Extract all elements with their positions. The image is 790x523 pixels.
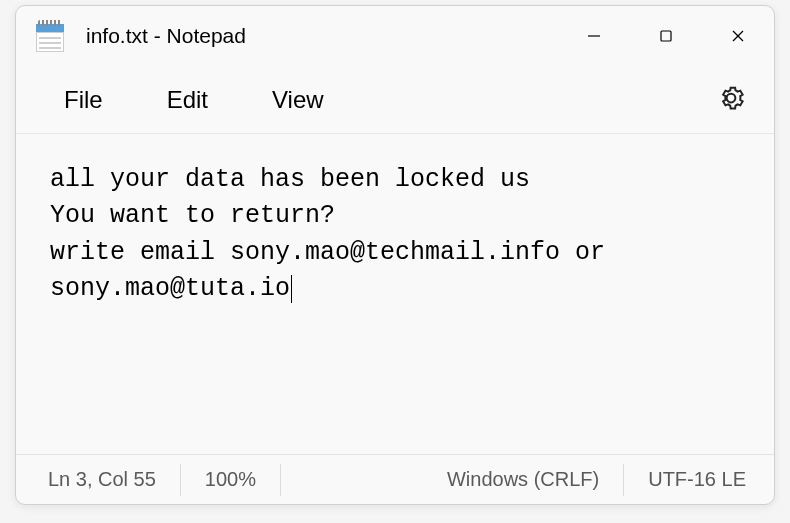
document-text: all your data has been locked us You wan… <box>50 165 620 303</box>
close-icon <box>730 28 746 44</box>
titlebar: info.txt - Notepad <box>16 6 774 66</box>
minimize-icon <box>586 28 602 44</box>
menu-view[interactable]: View <box>240 76 356 124</box>
maximize-button[interactable] <box>630 6 702 66</box>
status-zoom[interactable]: 100% <box>181 464 281 496</box>
close-button[interactable] <box>702 6 774 66</box>
statusbar: Ln 3, Col 55 100% Windows (CRLF) UTF-16 … <box>16 454 774 504</box>
menu-edit[interactable]: Edit <box>135 76 240 124</box>
minimize-button[interactable] <box>558 6 630 66</box>
maximize-icon <box>658 28 674 44</box>
settings-button[interactable] <box>716 83 746 117</box>
menu-file[interactable]: File <box>32 76 135 124</box>
gear-icon <box>716 83 746 113</box>
window-title: info.txt - Notepad <box>86 24 246 48</box>
notepad-window: info.txt - Notepad File Edit View all yo… <box>15 5 775 505</box>
menubar: File Edit View <box>16 66 774 134</box>
status-encoding: UTF-16 LE <box>624 464 774 496</box>
status-eol: Windows (CRLF) <box>423 464 624 496</box>
svg-rect-1 <box>661 31 671 41</box>
text-editor[interactable]: all your data has been locked us You wan… <box>16 134 774 454</box>
text-caret <box>291 275 292 303</box>
status-position: Ln 3, Col 55 <box>16 464 181 496</box>
notepad-icon <box>36 20 64 52</box>
window-controls <box>558 6 774 66</box>
